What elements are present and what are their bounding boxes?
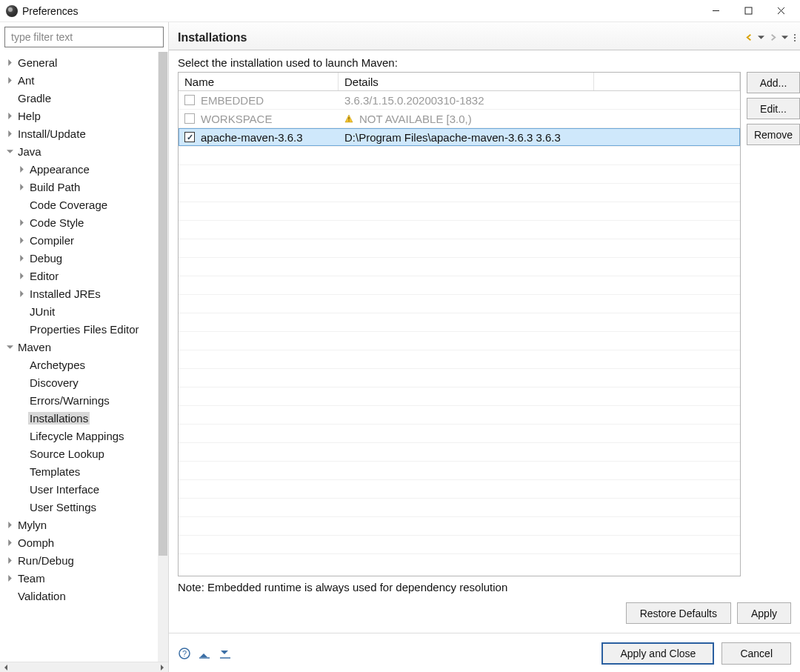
tree-item[interactable]: General — [0, 53, 158, 71]
tree-item[interactable]: Build Path — [0, 178, 158, 196]
tree-item[interactable]: Properties Files Editor — [0, 320, 158, 338]
tree-item[interactable]: Appearance — [0, 160, 158, 178]
restore-defaults-button[interactable]: Restore Defaults — [626, 602, 731, 624]
footer-separator — [169, 633, 800, 633]
tree-item-label: Installations — [28, 412, 90, 425]
tree-item[interactable]: Gradle — [0, 89, 158, 107]
table-row[interactable]: WORKSPACENOT AVAILABLE [3.0,) — [179, 110, 740, 128]
help-icon[interactable]: ? — [178, 647, 191, 660]
chevron-right-icon[interactable] — [16, 235, 27, 245]
nav-forward-menu-icon[interactable] — [779, 33, 790, 43]
tree-scroll-thumb[interactable] — [159, 52, 167, 556]
chevron-right-icon[interactable] — [16, 164, 27, 174]
tree-item[interactable]: Java — [0, 142, 158, 160]
tree-item[interactable]: Debug — [0, 249, 158, 267]
table-row-empty — [179, 536, 740, 554]
tree-item[interactable]: Compiler — [0, 231, 158, 249]
minimize-button[interactable] — [699, 1, 732, 21]
view-menu-icon[interactable] — [791, 34, 796, 41]
table-row-empty — [179, 295, 740, 313]
nav-forward-icon[interactable] — [767, 33, 778, 43]
chevron-right-icon[interactable] — [4, 75, 15, 85]
table-row-empty — [179, 369, 740, 387]
tree-item[interactable]: Run/Debug — [0, 551, 158, 569]
close-button[interactable] — [764, 1, 797, 21]
tree-item[interactable]: Code Coverage — [0, 196, 158, 213]
chevron-right-icon[interactable] — [4, 57, 15, 67]
maximize-button[interactable] — [732, 1, 764, 21]
import-prefs-icon[interactable] — [199, 647, 212, 660]
tree-item[interactable]: JUnit — [0, 302, 158, 320]
tree-item-label: User Settings — [28, 501, 98, 513]
remove-button[interactable]: Remove — [747, 124, 800, 145]
row-checkbox[interactable] — [184, 95, 195, 105]
chevron-right-icon[interactable] — [16, 217, 27, 227]
tree-item[interactable]: User Interface — [0, 480, 158, 498]
edit-button[interactable]: Edit... — [747, 98, 800, 119]
chevron-down-icon[interactable] — [4, 342, 15, 352]
row-name: EMBEDDED — [201, 94, 264, 107]
tree-item-label: Ant — [16, 74, 36, 87]
chevron-down-icon[interactable] — [4, 146, 15, 156]
export-prefs-icon[interactable] — [219, 647, 233, 660]
nav-back-icon[interactable] — [744, 33, 754, 43]
tree-item[interactable]: Editor — [0, 267, 158, 285]
tree-item[interactable]: Mylyn — [0, 516, 158, 533]
tree-item[interactable]: Templates — [0, 462, 158, 480]
row-checkbox[interactable] — [184, 113, 195, 124]
tree-hscroll[interactable] — [0, 662, 168, 672]
tree-item[interactable]: Lifecycle Mappings — [0, 427, 158, 445]
tree-item[interactable]: Validation — [0, 587, 158, 605]
nav-back-menu-icon[interactable] — [756, 33, 766, 43]
chevron-right-icon[interactable] — [4, 537, 15, 548]
chevron-right-icon[interactable] — [16, 270, 27, 281]
tree-scrollbar[interactable] — [158, 52, 168, 662]
table-row[interactable]: apache-maven-3.6.3D:\Program Files\apach… — [179, 128, 740, 147]
chevron-right-icon[interactable] — [4, 573, 15, 583]
tree-item-label: Templates — [28, 465, 81, 478]
hscroll-left-icon[interactable] — [0, 662, 12, 673]
apply-button[interactable]: Apply — [737, 602, 791, 624]
apply-and-close-button[interactable]: Apply and Close — [601, 642, 714, 665]
tree-item[interactable]: Help — [0, 107, 158, 124]
tree-item[interactable]: Code Style — [0, 213, 158, 231]
tree-item[interactable]: Maven — [0, 338, 158, 356]
row-checkbox[interactable] — [184, 132, 195, 142]
table-row-empty — [179, 239, 740, 258]
tree-item[interactable]: Oomph — [0, 533, 158, 551]
hscroll-right-icon[interactable] — [156, 662, 168, 673]
tree-item[interactable]: Discovery — [0, 373, 158, 391]
filter-input[interactable] — [10, 30, 159, 44]
tree-item-label: Compiler — [28, 234, 76, 247]
chevron-right-icon[interactable] — [4, 519, 15, 530]
filter-field[interactable] — [4, 27, 164, 47]
add-button[interactable]: Add... — [747, 72, 800, 93]
tree-item[interactable]: Archetypes — [0, 356, 158, 373]
chevron-right-icon[interactable] — [4, 555, 15, 565]
chevron-right-icon[interactable] — [16, 253, 27, 263]
installations-table[interactable]: Name Details EMBEDDED3.6.3/1.15.0.202003… — [178, 72, 741, 576]
chevron-right-icon[interactable] — [4, 128, 15, 139]
tree-item[interactable]: User Settings — [0, 498, 158, 516]
svg-rect-2 — [348, 121, 349, 122]
chevron-right-icon[interactable] — [4, 110, 15, 121]
tree-item[interactable]: Installed JREs — [0, 285, 158, 302]
chevron-right-icon[interactable] — [16, 288, 27, 299]
table-row-empty — [179, 443, 740, 462]
col-details[interactable]: Details — [339, 73, 594, 90]
col-name[interactable]: Name — [179, 73, 339, 90]
chevron-right-icon[interactable] — [16, 182, 27, 192]
tree-item[interactable]: Install/Update — [0, 124, 158, 142]
table-row[interactable]: EMBEDDED3.6.3/1.15.0.20200310-1832 — [179, 91, 740, 110]
cancel-button[interactable]: Cancel — [721, 642, 791, 665]
titlebar: Preferences — [0, 0, 800, 22]
tree-item[interactable]: Team — [0, 569, 158, 587]
preference-tree[interactable]: GeneralAntGradleHelpInstall/UpdateJavaAp… — [0, 52, 158, 662]
tree-item[interactable]: Ant — [0, 71, 158, 89]
tree-item-label: Debug — [28, 252, 64, 265]
tree-item[interactable]: Source Lookup — [0, 445, 158, 462]
tree-item[interactable]: Errors/Warnings — [0, 391, 158, 409]
table-row-empty — [179, 387, 740, 406]
tree-item-label: Errors/Warnings — [28, 394, 111, 407]
tree-item[interactable]: Installations — [0, 409, 158, 427]
